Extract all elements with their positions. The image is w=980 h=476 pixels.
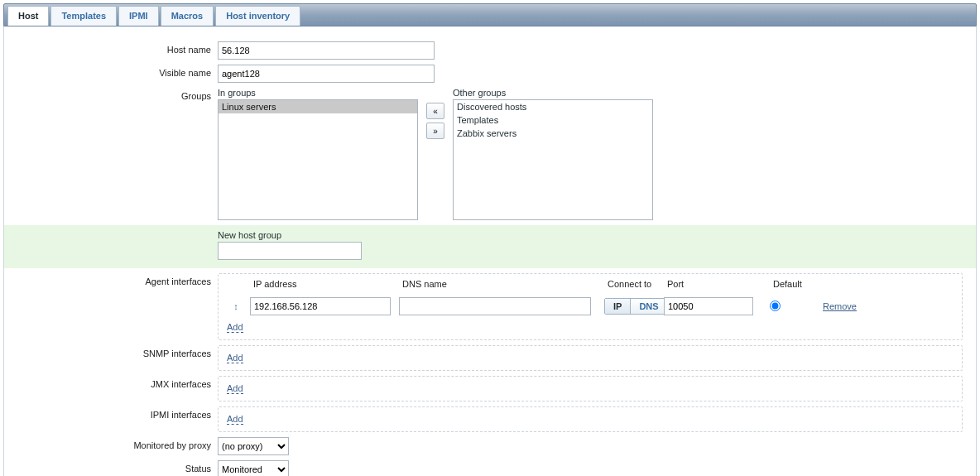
new-host-group-input[interactable] [218,242,362,260]
list-item[interactable]: Discovered hosts [454,100,652,113]
connect-to-toggle: IP DNS [604,298,668,315]
label-visible-name: Visible name [4,65,218,78]
tab-host[interactable]: Host [7,6,49,26]
snmp-add-link[interactable]: Add [227,353,243,363]
ipmi-add-link[interactable]: Add [227,414,243,425]
host-form: Host name Visible name Groups In groups … [3,26,977,476]
move-right-button[interactable]: » [426,123,444,139]
move-left-button[interactable]: « [426,103,444,119]
label-agent-interfaces: Agent interfaces [4,273,218,286]
proxy-select[interactable]: (no proxy) [218,437,289,455]
col-connect-to: Connect to [604,277,664,291]
status-select[interactable]: Monitored [218,460,289,476]
drag-handle-icon[interactable]: ↕ [222,301,250,311]
jmx-add-link[interactable]: Add [227,383,243,394]
agent-interfaces-block: IP address DNS name Connect to Port Defa… [218,273,963,340]
connect-to-dns-button[interactable]: DNS [630,299,666,314]
in-groups-listbox[interactable]: Linux servers [218,99,418,220]
agent-default-radio[interactable] [770,301,781,311]
col-port: Port [664,277,770,291]
col-default: Default [770,277,823,291]
col-dns-name: DNS name [399,277,604,291]
visible-name-input[interactable] [218,65,435,83]
agent-dns-input[interactable] [399,297,591,315]
agent-port-input[interactable] [664,297,753,315]
jmx-interfaces-block: Add [218,376,963,401]
label-groups: Groups [4,88,218,101]
tab-ipmi[interactable]: IPMI [118,6,159,26]
label-monitored-by-proxy: Monitored by proxy [4,437,218,450]
list-item[interactable]: Linux servers [219,100,417,113]
connect-to-ip-button[interactable]: IP [605,299,630,314]
tab-templates[interactable]: Templates [50,6,117,26]
list-item[interactable]: Templates [454,113,652,127]
label-new-host-group: New host group [218,230,976,240]
col-ip-address: IP address [250,277,399,291]
label-host-name: Host name [4,41,218,55]
label-other-groups: Other groups [453,88,653,98]
label-snmp-interfaces: SNMP interfaces [4,345,218,358]
snmp-interfaces-block: Add [218,345,963,371]
label-status: Status [4,460,218,474]
host-name-input[interactable] [218,41,435,60]
label-ipmi-interfaces: IPMI interfaces [4,406,218,420]
ipmi-interfaces-block: Add [218,406,963,432]
agent-remove-link[interactable]: Remove [823,301,857,311]
label-in-groups: In groups [218,88,418,98]
other-groups-listbox[interactable]: Discovered hosts Templates Zabbix server… [453,99,653,220]
agent-add-link[interactable]: Add [227,322,243,333]
agent-interface-row: ↕ IP DNS Remove [219,294,962,319]
tab-strip: Host Templates IPMI Macros Host inventor… [3,3,977,26]
tab-host-inventory[interactable]: Host inventory [215,6,300,26]
list-item[interactable]: Zabbix servers [454,127,652,140]
agent-ip-input[interactable] [250,297,391,315]
label-jmx-interfaces: JMX interfaces [4,376,218,389]
tab-macros[interactable]: Macros [161,6,214,26]
